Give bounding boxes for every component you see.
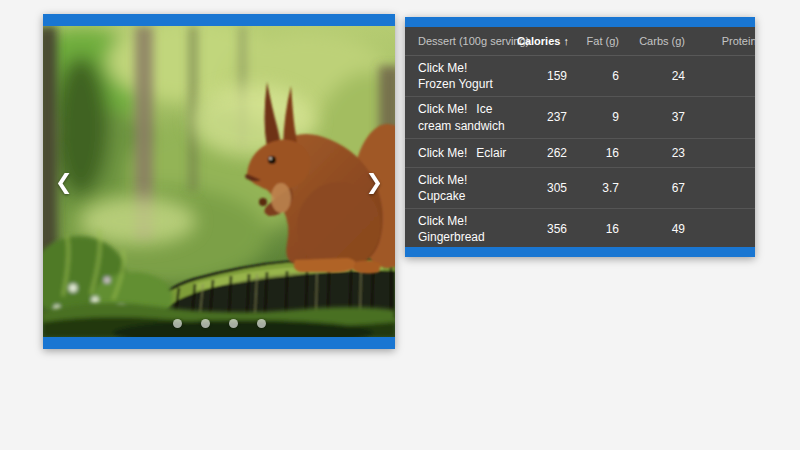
dessert-table: Dessert (100g serving) Calories↑ Fat (g)… [405, 27, 755, 247]
table-row: Click Me!Ice cream sandwich 237 9 37 [405, 97, 755, 138]
cell-protein [693, 138, 755, 167]
cell-dessert: Click Me!Frozen Yogurt [405, 56, 517, 97]
header-calories-sorted[interactable]: Calories↑ [517, 27, 575, 56]
cell-fat: 16 [575, 138, 627, 167]
squirrel-photo [43, 26, 395, 337]
carousel-dot[interactable] [201, 319, 210, 328]
click-me-button[interactable]: Click Me! [418, 214, 467, 228]
click-me-button[interactable]: Click Me! [418, 61, 467, 75]
table-row: Click Me!Eclair 262 16 23 [405, 138, 755, 167]
cell-carbs: 49 [627, 209, 693, 247]
click-me-button[interactable]: Click Me! [418, 173, 467, 187]
cell-carbs: 67 [627, 167, 693, 208]
sort-ascending-icon: ↑ [563, 35, 569, 47]
cell-carbs: 24 [627, 56, 693, 97]
carousel-prev-button[interactable]: ❮ [49, 169, 79, 194]
carousel-dot[interactable] [173, 319, 182, 328]
header-fat[interactable]: Fat (g) [575, 27, 627, 56]
cell-dessert: Click Me!Eclair [405, 138, 517, 167]
carousel-next-button[interactable]: ❯ [359, 169, 389, 194]
cell-fat: 3.7 [575, 167, 627, 208]
cell-calories: 305 [517, 167, 575, 208]
carousel-slide: ❮ ❯ [43, 26, 395, 337]
cell-carbs: 23 [627, 138, 693, 167]
cell-dessert: Click Me!Cupcake [405, 167, 517, 208]
table-row: Click Me!Cupcake 305 3.7 67 [405, 167, 755, 208]
header-protein[interactable]: Protein (g) [693, 27, 755, 56]
carousel-dots [43, 319, 395, 328]
cell-carbs: 37 [627, 97, 693, 138]
click-me-button[interactable]: Click Me! [418, 102, 467, 116]
header-carbs[interactable]: Carbs (g) [627, 27, 693, 56]
header-calories-label: Calories [517, 35, 560, 47]
cell-fat: 16 [575, 209, 627, 247]
click-me-button[interactable]: Click Me! [418, 146, 467, 160]
dessert-name: Eclair [476, 146, 506, 160]
cell-protein [693, 209, 755, 247]
table-header-row: Dessert (100g serving) Calories↑ Fat (g)… [405, 27, 755, 56]
carousel-dot[interactable] [229, 319, 238, 328]
dessert-table-card: Dessert (100g serving) Calories↑ Fat (g)… [405, 17, 755, 257]
dessert-name: Gingerbread [418, 230, 485, 244]
cell-calories: 356 [517, 209, 575, 247]
cell-dessert: Click Me!Ice cream sandwich [405, 97, 517, 138]
cell-calories: 237 [517, 97, 575, 138]
cell-fat: 9 [575, 97, 627, 138]
cell-protein [693, 56, 755, 97]
table-row: Click Me!Gingerbread 356 16 49 [405, 209, 755, 247]
cell-fat: 6 [575, 56, 627, 97]
header-dessert[interactable]: Dessert (100g serving) [405, 27, 517, 56]
cell-calories: 262 [517, 138, 575, 167]
dessert-name: Cupcake [418, 189, 465, 203]
dessert-name: Frozen Yogurt [418, 77, 493, 91]
cell-protein [693, 167, 755, 208]
cell-dessert: Click Me!Gingerbread [405, 209, 517, 247]
table-row: Click Me!Frozen Yogurt 159 6 24 [405, 56, 755, 97]
carousel-dot[interactable] [257, 319, 266, 328]
cell-protein [693, 97, 755, 138]
image-carousel: ❮ ❯ [43, 14, 395, 349]
cell-calories: 159 [517, 56, 575, 97]
